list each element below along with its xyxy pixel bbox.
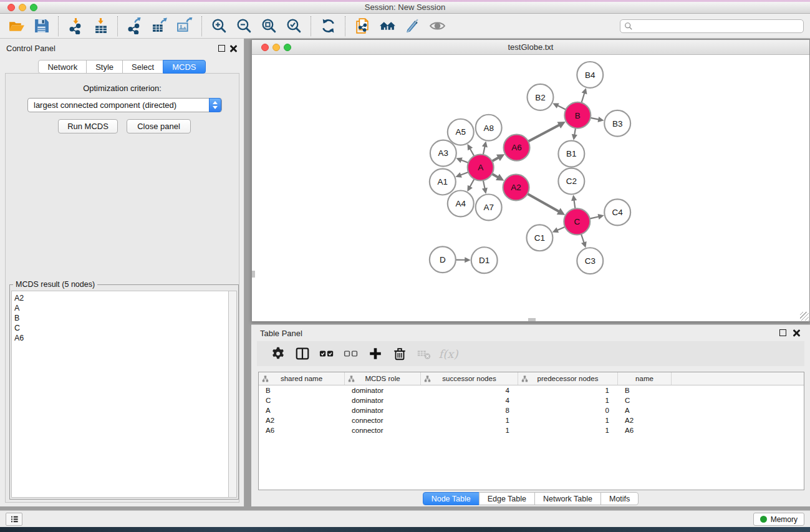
result-list-scrollbar[interactable] [228, 291, 237, 498]
result-item[interactable]: A6 [14, 333, 228, 343]
node-D1[interactable]: D1 [471, 247, 498, 273]
edge-A6-B[interactable] [528, 122, 566, 142]
hide-annotations-button[interactable] [400, 16, 425, 37]
node-A1[interactable]: A1 [430, 169, 456, 195]
export-network-button[interactable] [122, 16, 147, 37]
edge-B-B2[interactable] [552, 103, 566, 109]
cell-mcds-role[interactable]: dominator [345, 395, 421, 405]
edge-B-B1[interactable] [572, 128, 577, 140]
column-header-predecessor-nodes[interactable]: predecessor nodes [518, 372, 618, 385]
run-mcds-button[interactable]: Run MCDS [58, 119, 118, 133]
cell-predecessor-nodes[interactable]: 0 [518, 405, 618, 415]
select-all-rows-button[interactable] [316, 344, 338, 364]
edge-D-D1[interactable] [456, 257, 471, 263]
resize-grip[interactable] [800, 312, 809, 321]
tab-style[interactable]: Style [86, 60, 123, 74]
node-C2[interactable]: C2 [558, 168, 584, 195]
deselect-all-rows-button[interactable] [340, 344, 362, 364]
column-header-name[interactable]: name [618, 372, 672, 385]
show-columns-button[interactable] [291, 344, 314, 364]
node-B4[interactable]: B4 [577, 62, 603, 88]
cell-mcds-role[interactable]: dominator [345, 385, 421, 395]
close-window-icon[interactable] [7, 4, 15, 11]
cell-name[interactable]: A [618, 405, 672, 415]
home-button[interactable] [375, 16, 400, 37]
cell-successor-nodes[interactable]: 1 [421, 415, 518, 425]
show-graphics-details-button[interactable] [425, 16, 450, 37]
node-C1[interactable]: C1 [527, 225, 553, 251]
edge-B-B4[interactable] [581, 88, 587, 103]
clone-network-button[interactable] [350, 16, 375, 37]
edge-A-A2[interactable] [492, 174, 504, 181]
node-B1[interactable]: B1 [558, 141, 584, 167]
cell-mcds-role[interactable]: connector [345, 415, 421, 425]
cell-successor-nodes[interactable]: 4 [421, 385, 518, 395]
edge-A-A4[interactable] [467, 179, 474, 191]
tab-select[interactable]: Select [122, 60, 163, 74]
export-table-button[interactable] [147, 16, 172, 37]
cell-name[interactable]: C [618, 395, 672, 405]
table-row[interactable]: A6connector11A6 [259, 425, 804, 435]
node-C4[interactable]: C4 [604, 199, 630, 225]
add-column-button[interactable] [364, 344, 387, 364]
zoom-fit-button[interactable] [256, 16, 281, 37]
node-B[interactable]: B [564, 102, 591, 128]
tab-edge-table[interactable]: Edge Table [479, 492, 535, 505]
cell-successor-nodes[interactable]: 8 [421, 405, 518, 415]
show-panels-button[interactable] [6, 513, 22, 526]
result-item[interactable]: B [14, 313, 228, 323]
tab-node-table[interactable]: Node Table [423, 492, 480, 505]
edge-A2-C[interactable] [528, 194, 565, 215]
import-table-button[interactable] [88, 16, 113, 37]
node-B3[interactable]: B3 [604, 110, 630, 137]
node-B2[interactable]: B2 [528, 84, 554, 110]
tab-network-table[interactable]: Network Table [534, 492, 601, 505]
cell-shared-name[interactable]: A [259, 405, 345, 415]
node-C[interactable]: C [564, 208, 590, 235]
network-window-titlebar[interactable]: testGlobe.txt [252, 40, 809, 55]
table-row[interactable]: Adominator80A [259, 405, 804, 415]
close-panel-button[interactable]: Close panel [127, 119, 191, 133]
search-input[interactable] [620, 19, 804, 33]
edge-A-A1[interactable] [455, 172, 468, 178]
zoom-selected-button[interactable] [281, 16, 306, 37]
float-table-panel-icon[interactable] [779, 329, 786, 336]
close-table-panel-icon[interactable] [793, 329, 800, 337]
result-item[interactable]: A [14, 303, 228, 313]
network-close-icon[interactable] [261, 44, 269, 51]
network-zoom-icon[interactable] [284, 44, 291, 51]
export-image-button[interactable] [172, 16, 197, 37]
table-row[interactable]: Bdominator41B [259, 385, 804, 395]
edge-A-A7[interactable] [482, 180, 488, 194]
edge-C-C2[interactable] [571, 195, 577, 208]
edge-C-C4[interactable] [590, 214, 604, 220]
delete-column-button[interactable] [388, 344, 411, 364]
table-row[interactable]: Cdominator41C [259, 395, 804, 405]
cell-predecessor-nodes[interactable]: 1 [518, 425, 618, 435]
criterion-dropdown[interactable]: largest connected component (directed) [27, 98, 222, 112]
node-C3[interactable]: C3 [577, 248, 603, 274]
node-A8[interactable]: A8 [476, 115, 502, 141]
edge-C-C3[interactable] [581, 234, 587, 248]
cell-successor-nodes[interactable]: 4 [421, 395, 518, 405]
zoom-window-icon[interactable] [30, 4, 37, 11]
tab-motifs[interactable]: Motifs [600, 492, 639, 505]
cell-shared-name[interactable]: C [259, 395, 345, 405]
vertical-scroll-thumb[interactable] [252, 271, 255, 278]
node-A6[interactable]: A6 [504, 135, 530, 161]
edge-C-C1[interactable] [552, 227, 565, 233]
delete-table-button[interactable] [413, 344, 435, 364]
minimize-window-icon[interactable] [19, 4, 26, 11]
cell-predecessor-nodes[interactable]: 1 [518, 415, 618, 425]
save-session-button[interactable] [29, 16, 54, 37]
cell-shared-name[interactable]: B [259, 385, 345, 395]
edge-B-B3[interactable] [591, 117, 604, 122]
cell-name[interactable]: B [618, 385, 672, 395]
tab-network[interactable]: Network [38, 60, 87, 74]
column-header-shared-name[interactable]: shared name [259, 372, 345, 385]
node-A5[interactable]: A5 [448, 119, 474, 145]
node-A2[interactable]: A2 [503, 175, 529, 201]
node-A7[interactable]: A7 [476, 194, 502, 220]
close-panel-icon[interactable] [229, 45, 237, 52]
cell-shared-name[interactable]: A2 [259, 415, 345, 425]
